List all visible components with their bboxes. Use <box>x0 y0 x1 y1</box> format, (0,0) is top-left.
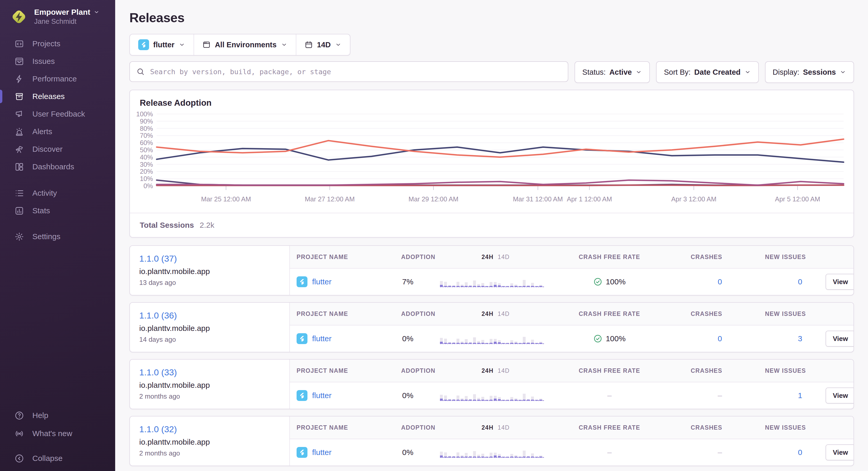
sort-by-dropdown[interactable]: Sort By: Date Created <box>656 61 758 83</box>
display-dropdown[interactable]: Display: Sessions <box>765 61 854 83</box>
header-crash-free-rate: CRASH FREE RATE <box>579 310 640 317</box>
calendar-icon <box>305 41 313 49</box>
header-crashes: CRASHES <box>691 367 722 374</box>
page-filter-bar: flutter All Environments 14D <box>129 34 350 56</box>
svg-text:Mar 31 12:00 AM: Mar 31 12:00 AM <box>513 195 563 203</box>
release-age: 13 days ago <box>139 279 280 287</box>
adoption-value: 0% <box>401 334 440 343</box>
range-toggle-24h[interactable]: 24H <box>482 367 494 374</box>
view-button[interactable]: View <box>826 274 854 290</box>
project-link[interactable]: flutter <box>290 333 401 344</box>
chevron-down-icon <box>281 41 287 48</box>
release-age: 2 months ago <box>139 449 280 457</box>
check-circle-icon <box>593 277 602 286</box>
release-table-row: flutter 0% 100% 0 3 View <box>290 326 854 352</box>
sidebar-item-stats[interactable]: Stats <box>0 202 115 220</box>
crashes-count[interactable]: 0 <box>718 277 745 286</box>
settings-icon <box>14 232 24 241</box>
sidebar-item-activity[interactable]: Activity <box>0 184 115 202</box>
flutter-icon <box>138 39 149 50</box>
sidebar-item-discover[interactable]: Discover <box>0 140 115 158</box>
check-circle-icon <box>593 334 602 343</box>
releases-icon <box>14 92 24 101</box>
header-adoption: ADOPTION <box>401 424 440 431</box>
new-issues-count[interactable]: 0 <box>798 277 826 286</box>
release-version-link[interactable]: 1.1.0 (33) <box>139 367 177 377</box>
status-dropdown[interactable]: Status: Active <box>575 61 650 83</box>
sidebar-item-dashboards[interactable]: Dashboards <box>0 158 115 175</box>
adoption-sparkline <box>440 391 544 400</box>
stats-icon <box>14 206 24 215</box>
crash-free-value: 100% <box>606 277 626 286</box>
environment-filter[interactable]: All Environments <box>193 34 296 55</box>
total-sessions-label: Total Sessions <box>140 221 194 230</box>
header-crashes: CRASHES <box>691 310 722 317</box>
release-version-link[interactable]: 1.1.0 (37) <box>139 254 177 264</box>
whats-new-icon <box>14 429 24 438</box>
range-toggle-24h[interactable]: 24H <box>482 254 494 261</box>
svg-text:100%: 100% <box>136 110 153 117</box>
svg-text:Mar 27 12:00 AM: Mar 27 12:00 AM <box>305 195 355 203</box>
new-issues-count[interactable]: 3 <box>798 334 826 343</box>
performance-icon <box>14 74 24 84</box>
sidebar-item-user-feedback[interactable]: User Feedback <box>0 105 115 123</box>
view-button[interactable]: View <box>826 388 854 404</box>
range-toggle-14d[interactable]: 14D <box>498 424 509 431</box>
new-issues-count[interactable]: 0 <box>798 448 826 457</box>
release-table-row: flutter 7% 100% 0 0 View <box>290 269 854 295</box>
header-project-name: PROJECT NAME <box>290 310 401 317</box>
sidebar-item-settings[interactable]: Settings <box>0 228 115 245</box>
sidebar-item-alerts[interactable]: Alerts <box>0 123 115 140</box>
header-project-name: PROJECT NAME <box>290 367 401 374</box>
range-toggle-14d[interactable]: 14D <box>498 367 509 374</box>
header-new-issues: NEW ISSUES <box>765 310 806 317</box>
release-table-row: flutter 0% – – 1 View <box>290 382 854 409</box>
range-toggle-24h[interactable]: 24H <box>482 424 494 431</box>
svg-text:Apr 1 12:00 AM: Apr 1 12:00 AM <box>567 195 612 203</box>
project-link-label: flutter <box>312 391 332 400</box>
project-link[interactable]: flutter <box>290 276 401 287</box>
activity-icon <box>14 189 24 198</box>
release-age: 14 days ago <box>139 336 280 343</box>
sidebar-item-performance[interactable]: Performance <box>0 70 115 88</box>
project-link[interactable]: flutter <box>290 447 401 458</box>
sidebar-item-what-s-new[interactable]: What's new <box>0 425 115 443</box>
project-link[interactable]: flutter <box>290 390 401 401</box>
header-adoption: ADOPTION <box>401 310 440 317</box>
release-package: io.planttv.mobile.app <box>139 438 280 446</box>
range-toggle-24h[interactable]: 24H <box>482 310 494 317</box>
crash-free-value: – <box>608 448 612 457</box>
date-range-filter[interactable]: 14D <box>296 34 350 55</box>
sidebar-item-issues[interactable]: Issues <box>0 53 115 70</box>
release-version-link[interactable]: 1.1.0 (36) <box>139 310 177 321</box>
view-button[interactable]: View <box>826 444 854 461</box>
project-link-label: flutter <box>312 448 332 457</box>
crash-free-value: – <box>608 391 612 400</box>
sidebar-item-collapse[interactable]: Collapse <box>0 449 115 467</box>
release-version-link[interactable]: 1.1.0 (32) <box>139 424 177 434</box>
page-title: Releases <box>129 10 854 25</box>
release-package: io.planttv.mobile.app <box>139 381 280 390</box>
project-filter[interactable]: flutter <box>130 34 193 55</box>
svg-text:70%: 70% <box>140 132 153 139</box>
sidebar-item-releases[interactable]: Releases <box>0 88 115 105</box>
help-icon <box>14 411 24 420</box>
dashboards-icon <box>14 162 24 172</box>
project-link-label: flutter <box>312 334 332 343</box>
release-package: io.planttv.mobile.app <box>139 267 280 276</box>
chevron-down-icon <box>744 69 751 75</box>
release-table-header: PROJECT NAME ADOPTION 24H 14D CRASH FREE… <box>290 416 854 439</box>
search-input[interactable] <box>150 67 562 76</box>
release-table-header: PROJECT NAME ADOPTION 24H 14D CRASH FREE… <box>290 303 854 326</box>
new-issues-count[interactable]: 1 <box>798 391 826 400</box>
header-new-issues: NEW ISSUES <box>765 367 806 374</box>
sidebar-item-help[interactable]: Help <box>0 406 115 425</box>
release-card: 1.1.0 (32) io.planttv.mobile.app 2 month… <box>129 416 854 466</box>
view-button[interactable]: View <box>826 331 854 347</box>
org-switcher[interactable]: Empower Plant Jane Schmidt <box>0 0 115 33</box>
release-table-header: PROJECT NAME ADOPTION 24H 14D CRASH FREE… <box>290 360 854 382</box>
crashes-count[interactable]: 0 <box>718 334 745 343</box>
sidebar-item-projects[interactable]: Projects <box>0 35 115 53</box>
range-toggle-14d[interactable]: 14D <box>498 254 509 261</box>
range-toggle-14d[interactable]: 14D <box>498 310 509 317</box>
